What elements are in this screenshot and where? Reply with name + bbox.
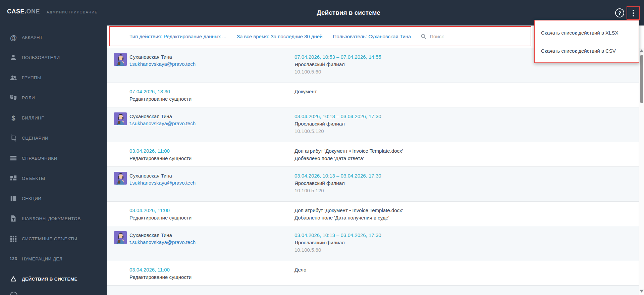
sidebar-item-биллинг[interactable]: $ БИЛЛИНГ xyxy=(0,108,107,128)
session-period-link[interactable]: 03.04.2026, 10:13 – 03.04.2026, 17:30 xyxy=(294,113,381,120)
sidebar-item-пользователи[interactable]: ПОЛЬЗОВАТЕЛИ xyxy=(0,47,107,67)
action-kind: Редактирование сущности xyxy=(129,274,192,281)
search-icon xyxy=(420,33,427,40)
session-period-link[interactable]: 03.04.2026, 10:13 – 03.04.2026, 17:30 xyxy=(294,232,381,239)
logo-primary: CASE. xyxy=(7,8,26,15)
user-name: Сухановская Тина xyxy=(129,172,196,179)
action-row[interactable]: 03.04.2026, 11:00 Редактирование сущност… xyxy=(107,261,639,286)
dollar-icon: $ xyxy=(9,114,17,122)
search-input[interactable] xyxy=(430,34,490,39)
session-branch: Ярославский филиал xyxy=(294,239,381,246)
action-details: Дело xyxy=(294,266,306,274)
scrollbar-track[interactable] xyxy=(639,48,644,295)
numbers-icon: 123 xyxy=(9,255,17,263)
action-detail-line: Доп атрибут 'Документ • Invoice Template… xyxy=(294,147,403,155)
sidebar-item-секции[interactable]: СЕКЦИИ xyxy=(0,188,107,208)
app-logo[interactable]: CASE. ONE АДМИНИСТРИРОВАНИЕ xyxy=(0,0,107,15)
user-email-link[interactable]: t.sukhanovskaya@pravo.tech xyxy=(129,179,196,186)
session-branch: Ярославский филиал xyxy=(294,61,381,68)
action-details: Доп атрибут 'Документ • Invoice Template… xyxy=(294,207,403,222)
menu-item-download-xlsx[interactable]: Скачать список действий в XLSX xyxy=(535,23,639,42)
sidebar-item-аккаунт[interactable]: @ АККАУНТ xyxy=(0,27,107,47)
session-branch: Ярославский филиал xyxy=(294,120,381,128)
user-name: Сухановская Тина xyxy=(129,232,196,239)
help-icon[interactable]: ? xyxy=(615,8,624,17)
crop-icon xyxy=(9,134,17,142)
sidebar-item-шаблоны-документов[interactable]: ШАБЛОНЫ ДОКУМЕНТОВ xyxy=(0,208,107,229)
people-icon xyxy=(9,73,17,82)
sidebar-nav: @ АККАУНТ ПОЛЬЗОВАТЕЛИ ГРУППЫ РОЛИ $ БИЛ… xyxy=(0,27,107,289)
search-box xyxy=(420,33,490,40)
user-email-link[interactable]: t.sukhanovskaya@pravo.tech xyxy=(129,239,196,246)
columns-icon xyxy=(9,194,17,202)
action-kind: Редактирование сущности xyxy=(129,214,192,222)
action-datetime-link[interactable]: 03.04.2026, 11:00 xyxy=(129,266,192,274)
sidebar: CASE. ONE АДМИНИСТРИРОВАНИЕ @ АККАУНТ ПО… xyxy=(0,0,107,295)
action-row[interactable]: 03.04.2026, 11:00 Редактирование сущност… xyxy=(107,202,639,226)
avatar xyxy=(114,53,127,66)
avatar xyxy=(114,112,127,125)
action-detail-line: Добавлено поле 'Дата ответа' xyxy=(294,155,403,162)
avatar xyxy=(114,172,127,185)
scrollbar-thumb[interactable] xyxy=(640,55,643,103)
action-detail-line: Добавлено поле 'Дата получения в суде' xyxy=(294,214,403,222)
action-kind: Редактирование сущности xyxy=(129,95,192,103)
more-menu-button[interactable] xyxy=(627,6,640,20)
sidebar-item-роли[interactable]: РОЛИ xyxy=(0,88,107,108)
filter-period[interactable]: За все время: За последние 30 дней xyxy=(237,34,323,39)
scroll-up-arrow-icon[interactable] xyxy=(640,49,644,52)
download-menu: Скачать список действий в XLSX Скачать с… xyxy=(534,20,639,63)
action-details: Доп атрибут 'Документ • Invoice Template… xyxy=(294,147,403,162)
action-datetime-link[interactable]: 03.04.2026, 11:00 xyxy=(129,207,192,214)
session-ip: 10.100.5.60 xyxy=(294,68,381,76)
user-name: Сухановская Тина xyxy=(129,53,196,60)
grid-icon xyxy=(9,235,17,243)
doc-template-icon xyxy=(9,214,17,223)
sidebar-item-нумерации-дел[interactable]: 123 НУМЕРАЦИИ ДЕЛ xyxy=(0,249,107,269)
kebab-vertical-icon xyxy=(633,10,634,16)
action-datetime-link[interactable]: 07.04.2026, 13:30 xyxy=(129,88,192,95)
sidebar-item-объекты[interactable]: ОБЪЕКТЫ xyxy=(0,168,107,188)
at-icon: @ xyxy=(9,33,17,41)
scroll-down-arrow-icon[interactable] xyxy=(640,290,644,293)
action-detail-line: Документ xyxy=(294,88,317,95)
session-ip: 10.100.5.120 xyxy=(294,187,381,194)
user-email-link[interactable]: t.sukhanovskaya@pravo.tech xyxy=(129,60,196,67)
action-detail-line: Доп атрибут 'Документ • Invoice Template… xyxy=(294,207,403,214)
logo-subtitle: АДМИНИСТРИРОВАНИЕ xyxy=(47,10,98,14)
session-row[interactable]: Сухановская Тина t.sukhanovskaya@pravo.t… xyxy=(107,107,639,142)
session-row-partial[interactable] xyxy=(107,286,639,295)
dashboard-icon xyxy=(9,174,17,182)
session-period-link[interactable]: 07.04.2026, 10:53 – 07.04.2026, 14:55 xyxy=(294,53,381,61)
user-email-link[interactable]: t.sukhanovskaya@pravo.tech xyxy=(129,120,196,127)
sidebar-item-системные-объекты[interactable]: СИСТЕМНЫЕ ОБЪЕКТЫ xyxy=(0,229,107,249)
list-icon xyxy=(9,154,17,162)
filter-user[interactable]: Пользователь: Сухановская Тина xyxy=(333,34,411,39)
session-branch: Ярославский филиал xyxy=(294,180,381,187)
action-kind: Редактирование сущности xyxy=(129,155,192,162)
action-details: Документ xyxy=(294,88,317,95)
action-row[interactable]: 03.04.2026, 11:00 Редактирование сущност… xyxy=(107,142,639,167)
actions-list: Сухановская Тина t.sukhanovskaya@pravo.t… xyxy=(107,48,639,295)
session-period-link[interactable]: 03.04.2026, 10:13 – 03.04.2026, 17:30 xyxy=(294,172,381,180)
session-row[interactable]: Сухановская Тина t.sukhanovskaya@pravo.t… xyxy=(107,226,639,261)
masks-icon xyxy=(9,94,17,102)
triangle-icon xyxy=(9,275,17,283)
filter-action-type[interactable]: Тип действия: Редактирование данных ... xyxy=(129,34,226,39)
sidebar-item-действия-в-системе[interactable]: ДЕЙСТВИЯ В СИСТЕМЕ xyxy=(0,269,107,289)
page-title: Действия в системе xyxy=(107,0,590,26)
action-datetime-link[interactable]: 03.04.2026, 11:00 xyxy=(129,147,192,155)
session-row[interactable]: Сухановская Тина t.sukhanovskaya@pravo.t… xyxy=(107,167,639,202)
session-ip: 10.100.5.120 xyxy=(294,128,381,135)
filter-bar: Тип действия: Редактирование данных ... … xyxy=(109,26,531,46)
action-detail-line: Дело xyxy=(294,266,306,274)
logo-secondary: ONE xyxy=(26,8,40,15)
avatar xyxy=(114,231,127,244)
sidebar-item-группы[interactable]: ГРУППЫ xyxy=(0,67,107,88)
settings-icon xyxy=(10,292,17,295)
session-ip: 10.100.5.60 xyxy=(294,246,381,254)
menu-item-download-csv[interactable]: Скачать список действий в CSV xyxy=(535,42,639,60)
action-row[interactable]: 07.04.2026, 13:30 Редактирование сущност… xyxy=(107,83,639,107)
sidebar-item-справочники[interactable]: СПРАВОЧНИКИ xyxy=(0,148,107,168)
sidebar-item-сценарии[interactable]: СЦЕНАРИИ xyxy=(0,128,107,148)
